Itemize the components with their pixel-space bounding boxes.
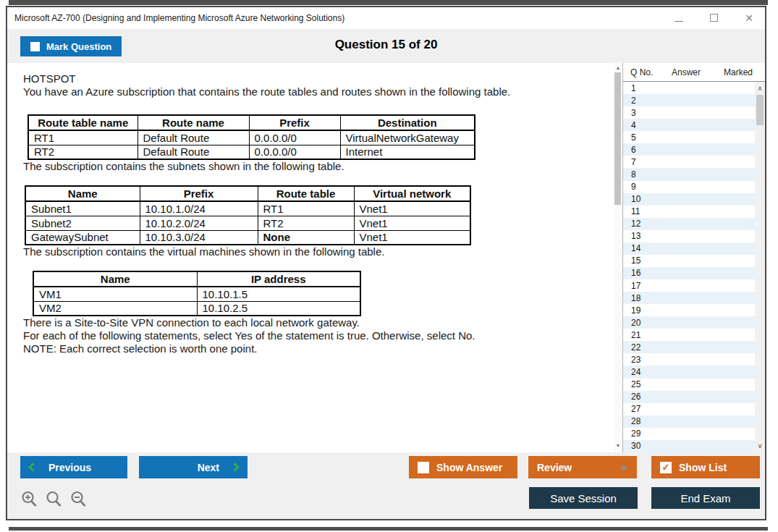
question-row[interactable]: 27	[623, 403, 755, 415]
exam-window: Microsoft AZ-700 (Designing and Implemen…	[6, 6, 766, 520]
body-row: HOTSPOT You have an Azure subscription t…	[7, 63, 765, 452]
question-row[interactable]: 26	[623, 391, 755, 403]
save-session-button[interactable]: Save Session	[529, 487, 638, 509]
content-scrollbar-thumb[interactable]	[614, 72, 621, 205]
table-row: Subnet210.10.2.0/24RT2Vnet1	[25, 216, 470, 230]
question-row[interactable]: 10	[623, 193, 755, 206]
maximize-button[interactable]	[710, 12, 718, 25]
table-cell: VM2	[33, 301, 197, 316]
table-row: RT2Default Route0.0.0.0/0Internet	[28, 145, 475, 159]
end-exam-button[interactable]: End Exam	[651, 487, 760, 509]
zoom-reset-button[interactable]	[45, 490, 63, 508]
question-row[interactable]: 29	[623, 428, 755, 440]
question-row[interactable]: 24	[623, 366, 755, 378]
question-row[interactable]: 11	[623, 206, 755, 218]
table-cell: RT2	[258, 216, 354, 230]
question-row[interactable]: 21	[623, 329, 755, 341]
question-row[interactable]: 15	[623, 255, 755, 267]
question-number: 29	[631, 428, 672, 439]
question-row[interactable]: 25	[623, 379, 755, 391]
question-number: 25	[631, 379, 672, 389]
question-row[interactable]: 9	[623, 181, 755, 193]
question-row[interactable]: 18	[623, 292, 755, 304]
question-row[interactable]: 20	[623, 316, 755, 329]
question-number: 20	[631, 318, 672, 328]
question-row[interactable]: 16	[623, 267, 755, 279]
minimize-button[interactable]	[675, 12, 683, 25]
question-number: 14	[631, 243, 672, 253]
zoom-in-button[interactable]	[20, 490, 38, 508]
question-number: 7	[631, 157, 672, 167]
table-header-cell: Destination	[340, 115, 475, 130]
question-row[interactable]: 28	[623, 415, 755, 428]
show-answer-button[interactable]: Show Answer	[409, 456, 517, 478]
table-header-row: NamePrefixRoute tableVirtual network	[25, 186, 470, 201]
question-list-scrollbar[interactable]: ∧ ∨	[755, 82, 765, 452]
show-list-button[interactable]: ✓ Show List	[651, 456, 760, 478]
show-list-label: Show List	[679, 462, 727, 473]
window-title: Microsoft AZ-700 (Designing and Implemen…	[14, 13, 344, 23]
table-cell: RT1	[258, 201, 354, 216]
question-row[interactable]: 2	[623, 94, 755, 106]
question-number: 30	[631, 441, 672, 451]
question-number: 21	[631, 330, 672, 340]
chevron-right-icon	[230, 463, 240, 472]
question-row[interactable]: 23	[623, 353, 755, 366]
table-cell: Default Route	[138, 130, 249, 145]
question-number: 23	[631, 355, 672, 365]
question-content: HOTSPOT You have an Azure subscription t…	[7, 63, 614, 452]
next-label: Next	[198, 462, 219, 473]
save-session-label: Save Session	[550, 492, 617, 504]
zoom-out-button[interactable]	[69, 490, 88, 508]
table-header-cell: Prefix	[140, 186, 258, 201]
previous-button[interactable]: Previous	[20, 456, 127, 478]
question-number: 24	[631, 367, 672, 377]
table-row: RT1Default Route0.0.0.0/0VirtualNetworkG…	[28, 130, 475, 145]
maximize-icon	[710, 14, 718, 22]
question-row[interactable]: 17	[623, 279, 755, 292]
column-marked: Marked	[724, 67, 765, 77]
question-list-header: Q No. Answer Marked	[623, 63, 765, 82]
table-cell: 0.0.0.0/0	[249, 130, 340, 145]
table-cell: 10.10.2.5	[197, 301, 360, 316]
scroll-down-icon[interactable]: ▼	[614, 443, 622, 449]
question-text: There is a Site-to-Site VPN connection t…	[23, 316, 614, 329]
question-number: 12	[631, 219, 672, 229]
question-counter: Question 15 of 20	[7, 38, 765, 52]
question-row[interactable]: 13	[623, 230, 755, 242]
table-header-cell: Route name	[138, 115, 249, 130]
list-scroll-up-icon[interactable]: ∧	[755, 85, 765, 92]
table-cell: 10.10.3.0/24	[140, 230, 258, 245]
question-row[interactable]: 6	[623, 143, 755, 156]
question-number: 9	[631, 182, 672, 192]
question-row[interactable]: 14	[623, 242, 755, 255]
question-number: 28	[631, 416, 672, 426]
column-qno: Q No.	[630, 67, 672, 77]
column-answer: Answer	[672, 67, 724, 77]
question-row[interactable]: 1	[623, 82, 755, 94]
question-row[interactable]: 30	[623, 440, 755, 452]
content-scrollbar[interactable]: ▲ ▼	[614, 63, 622, 452]
question-row[interactable]: 12	[623, 218, 755, 230]
table-cell: 0.0.0.0/0	[249, 145, 340, 159]
question-row[interactable]: 3	[623, 106, 755, 119]
review-button[interactable]: Review	[528, 456, 637, 478]
question-row[interactable]: 19	[623, 304, 755, 316]
question-row[interactable]: 7	[623, 156, 755, 168]
minimize-icon	[675, 21, 683, 22]
chevron-left-icon	[28, 463, 38, 472]
scroll-up-icon[interactable]: ▲	[614, 65, 622, 71]
question-row[interactable]: 22	[623, 341, 755, 353]
question-row[interactable]: 4	[623, 119, 755, 131]
table-header-cell: Route table	[258, 186, 354, 201]
table-cell: RT1	[28, 130, 138, 145]
question-list-scrollbar-thumb[interactable]	[756, 95, 764, 125]
question-row[interactable]: 8	[623, 168, 755, 180]
close-button[interactable]: ✕	[745, 12, 753, 25]
question-text: The subscription contains the virtual ma…	[23, 245, 614, 258]
next-button[interactable]: Next	[139, 456, 248, 478]
header-bar: Mark Question Question 15 of 20	[7, 29, 765, 63]
question-row[interactable]: 5	[623, 131, 755, 143]
list-scroll-down-icon[interactable]: ∨	[755, 442, 765, 449]
question-text: You have an Azure subscription that cont…	[23, 85, 614, 98]
